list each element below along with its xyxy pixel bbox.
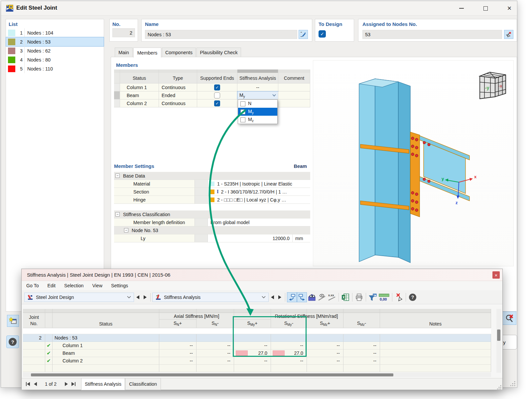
bottom-tab-stiffness-analysis[interactable]: Stiffness Analysis — [81, 378, 125, 390]
results-help-button[interactable]: ? — [408, 292, 418, 302]
design-module-combobox[interactable]: Steel Joint Design — [24, 293, 134, 302]
tab-components[interactable]: Components — [162, 48, 196, 57]
select-nodes-button[interactable] — [504, 30, 513, 39]
view-mode-button[interactable] — [307, 292, 317, 302]
menu-go-to[interactable]: Go To — [26, 283, 39, 288]
previous-page-button[interactable] — [32, 379, 39, 389]
col-header-comment[interactable]: Comment — [278, 73, 310, 83]
tree-row-member-length[interactable]: Member length definition From global mod… — [114, 218, 310, 226]
col-header-notes[interactable]: Notes — [380, 313, 491, 328]
pencil-icon — [300, 32, 306, 38]
next-result-button[interactable] — [276, 293, 283, 302]
callout-back-icon — [288, 293, 296, 301]
list-item[interactable]: 3 Nodes : 62 — [6, 46, 104, 55]
collapse-icon[interactable]: − — [115, 174, 120, 178]
hinge-color-swatch — [210, 198, 214, 202]
member-row-beam[interactable]: Beam Ended My — [114, 91, 310, 99]
tree-row-ly[interactable]: Ly 12000.0 mm — [114, 234, 310, 242]
list-item-selected[interactable]: 2 Nodes : 53 — [6, 37, 104, 46]
tab-main[interactable]: Main — [115, 48, 133, 57]
result-decimals-button[interactable]: 0,00 — [378, 292, 390, 302]
option-checkbox[interactable] — [240, 117, 245, 122]
assigned-nodes-input[interactable]: 53 — [362, 30, 502, 39]
navigation-cube[interactable]: -y -x — [475, 69, 509, 101]
option-checkbox[interactable]: ✓ — [240, 109, 245, 114]
col-header-sn-plus[interactable]: SN+ — [159, 319, 196, 327]
col-header-type[interactable]: Type — [159, 73, 197, 83]
result-type-combobox[interactable]: Stiffness Analysis — [152, 293, 269, 302]
vertical-scrollbar-thumb[interactable] — [497, 330, 500, 341]
maximize-button[interactable] — [480, 4, 490, 13]
list-item[interactable]: 1 Nodes : 104 — [6, 28, 104, 37]
list-item[interactable]: 5 Nodes : 110 — [6, 64, 104, 73]
menu-selection[interactable]: Selection — [64, 283, 83, 288]
previous-module-button[interactable] — [134, 293, 141, 302]
supported-ends-checkbox[interactable] — [214, 92, 220, 98]
previous-result-button[interactable] — [269, 293, 276, 302]
to-design-checkbox[interactable]: ✓ — [319, 30, 326, 38]
tree-group-stiffness-classification[interactable]: −Stiffness Classification — [114, 210, 310, 218]
collapse-icon[interactable]: − — [115, 212, 120, 216]
supported-ends-checkbox[interactable]: ✓ — [214, 84, 220, 90]
bottom-tab-classification[interactable]: Classification — [125, 378, 161, 390]
col-header-stiffness-analysis[interactable]: Stiffness Analysis — [237, 73, 278, 83]
menu-settings[interactable]: Settings — [111, 283, 128, 288]
overlay-resize-grip[interactable] — [497, 385, 502, 389]
dropdown-option-my[interactable]: ✓ My — [238, 108, 277, 116]
last-page-button[interactable] — [70, 379, 77, 389]
col-header-joint-no[interactable]: JointNo. — [23, 313, 45, 328]
menu-edit[interactable]: Edit — [48, 283, 56, 288]
horizontal-scrollbar[interactable] — [23, 373, 491, 377]
show-values-button[interactable] — [317, 292, 327, 302]
close-button[interactable]: × — [504, 4, 514, 13]
assigned-nodes-label: Assigned to Nodes No. — [358, 19, 517, 28]
tree-group-node-53[interactable]: −Node No. 53 — [114, 226, 310, 234]
tab-members[interactable]: Members — [133, 48, 161, 58]
result-row-column2[interactable]: ✔ Column 2 -- -- -- -- -- -- — [23, 357, 491, 365]
joint-3d-viewport[interactable]: y x z -y -x — [313, 60, 514, 266]
col-header-status[interactable]: Status — [120, 73, 159, 83]
jump-from-model-button[interactable] — [297, 292, 307, 302]
tree-row-material[interactable]: Material 1 - S235H | Isotropic | Linear … — [114, 180, 310, 188]
print-button[interactable] — [354, 292, 364, 302]
stiffness-analysis-combobox[interactable]: My — [237, 91, 278, 99]
collapse-icon[interactable]: − — [124, 228, 128, 232]
tab-plausibility-check[interactable]: Plausibility Check — [197, 48, 241, 57]
decimal-places-button[interactable]: x.xx — [327, 292, 337, 302]
rename-button[interactable] — [299, 30, 308, 39]
supported-ends-checkbox[interactable]: ✓ — [214, 100, 220, 106]
list-item-name: Nodes : 80 — [25, 57, 51, 63]
new-joint-button[interactable] — [7, 315, 19, 327]
vertical-scrollbar[interactable] — [496, 309, 501, 373]
member-row-column2[interactable]: Column 2 Continuous ✓ — [114, 99, 310, 107]
list-item-name: Nodes : 110 — [25, 66, 53, 71]
jump-to-model-button[interactable] — [287, 292, 297, 302]
col-header-supported-ends[interactable]: Supported Ends — [197, 73, 237, 83]
apply-button-fragment[interactable]: y — [502, 335, 517, 349]
delete-results-button[interactable] — [394, 292, 404, 302]
option-checkbox[interactable] — [240, 101, 245, 106]
dialog-help-button[interactable]: ? — [6, 335, 19, 348]
app-icon — [6, 4, 14, 12]
menu-view[interactable]: View — [92, 283, 102, 288]
next-page-button[interactable] — [63, 379, 70, 389]
name-input[interactable]: Nodes : 53 — [145, 30, 297, 39]
dialog-resize-grip[interactable] — [510, 381, 516, 386]
tree-row-hinge[interactable]: Hinge 2 - □□□ □E□ | Local xyz | Cφ,y … — [114, 196, 310, 204]
filter-button[interactable] — [368, 292, 378, 302]
next-module-button[interactable] — [141, 293, 149, 302]
no-input[interactable]: 2 — [112, 28, 135, 37]
horizontal-scrollbar-thumb[interactable] — [31, 373, 393, 376]
member-row-column1[interactable]: Column 1 Continuous ✓ -- — [114, 83, 310, 91]
first-page-button[interactable] — [24, 379, 32, 389]
list-item[interactable]: 4 Nodes : 80 — [6, 55, 104, 64]
tree-row-section[interactable]: Section I 2 - I 360/170/8/12.7/0/0/H | 1… — [114, 188, 310, 196]
dropdown-option-n[interactable]: N — [238, 100, 277, 108]
dropdown-option-mz[interactable]: Mz — [238, 116, 277, 124]
minimize-button[interactable] — [457, 4, 466, 13]
results-close-button[interactable]: × — [492, 271, 500, 279]
export-excel-button[interactable]: X — [340, 292, 350, 302]
tree-group-base-data[interactable]: −Base Data — [114, 172, 310, 180]
deactivate-zoom-button[interactable] — [502, 312, 516, 325]
col-header-status[interactable]: Status — [53, 313, 159, 328]
